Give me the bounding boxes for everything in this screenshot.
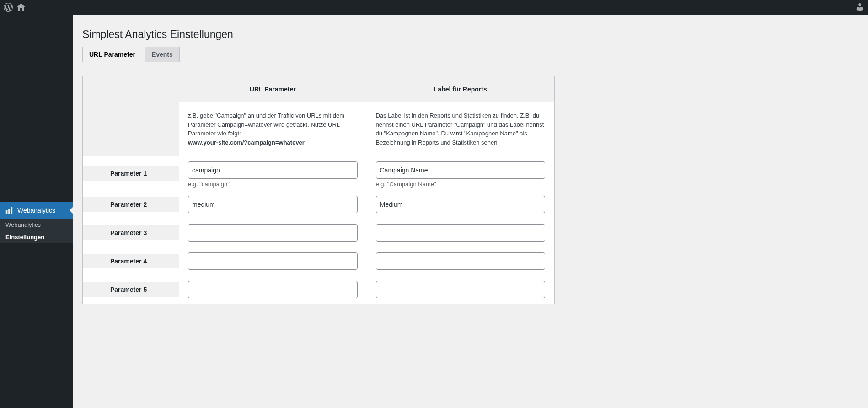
admin-bar (0, 0, 868, 15)
home-icon[interactable] (16, 3, 26, 12)
wordpress-logo-icon[interactable] (4, 3, 13, 12)
user-icon[interactable] (855, 2, 864, 11)
